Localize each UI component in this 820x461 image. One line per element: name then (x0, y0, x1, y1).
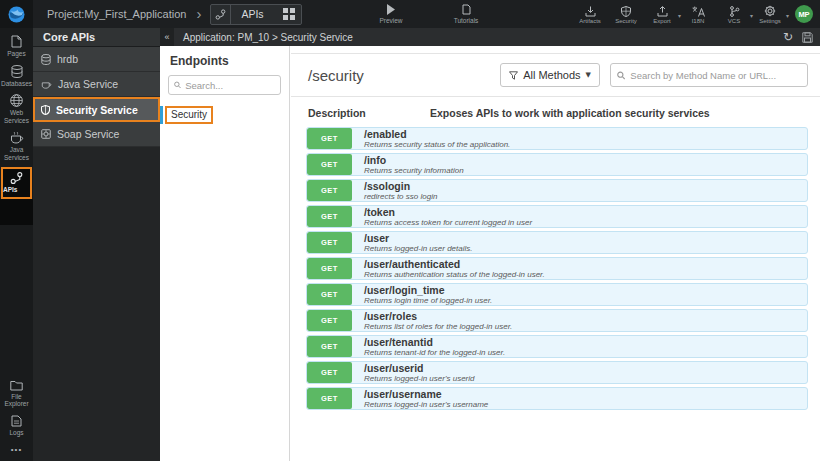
endpoint-row[interactable]: GET /user/username Returns logged-in use… (306, 387, 808, 410)
app-header-strip: « Application: PM_10 > Security Service … (160, 28, 820, 46)
core-apis-panel: Core APIs hrdb Java Service Security Ser… (33, 28, 160, 461)
endpoint-row[interactable]: GET /user/authenticated Returns authenti… (306, 257, 808, 280)
app-breadcrumb: Application: PM_10 > Security Service (183, 32, 353, 43)
grid-icon[interactable] (283, 8, 301, 20)
breadcrumb-chevron-icon: › (196, 5, 201, 22)
search-icon (174, 81, 181, 89)
endpoints-search-input[interactable] (185, 80, 275, 91)
endpoint-path: /enabled (364, 129, 510, 140)
endpoint-row[interactable]: GET /user/roles Returns list of roles fo… (306, 309, 808, 332)
core-apis-item-security-service[interactable]: Security Service (33, 97, 160, 122)
sidebar-item-file-explorer[interactable]: File Explorer (0, 373, 33, 408)
endpoint-description: Returns tenant-id for the logged-in user… (364, 348, 505, 357)
main-content: /security All Methods ▼ Description Expo… (291, 46, 820, 461)
core-apis-item-hrdb[interactable]: hrdb (33, 47, 160, 72)
method-badge: GET (307, 154, 352, 175)
settings-button[interactable]: Settings ▾ (757, 5, 783, 24)
api-node-icon[interactable] (211, 5, 231, 24)
export-upload-icon (649, 5, 675, 17)
apis-tab-label[interactable]: APIs (231, 8, 283, 20)
endpoint-description: Returns logged-in user's userid (364, 374, 474, 383)
artifacts-download-icon (577, 5, 603, 17)
project-name[interactable]: Project:My_First_Application (47, 8, 186, 20)
method-search[interactable] (610, 63, 808, 87)
database-icon (0, 65, 33, 78)
sidebar-item-pages[interactable]: Pages (0, 28, 33, 58)
core-apis-item-label: Java Service (58, 78, 118, 90)
sidebar-item-logs[interactable]: Logs (0, 408, 33, 437)
topbar-right-actions: Artifacts Security Export ▾ (577, 5, 820, 24)
method-badge: GET (307, 206, 352, 227)
endpoint-texts: /user/tenantid Returns tenant-id for the… (352, 336, 505, 357)
endpoint-path: /info (364, 155, 464, 166)
endpoint-row[interactable]: GET /user/tenantid Returns tenant-id for… (306, 335, 808, 358)
refresh-icon[interactable]: ↻ (783, 31, 793, 43)
endpoint-path: /ssologin (364, 181, 437, 192)
filter-funnel-icon (509, 71, 518, 80)
method-search-input[interactable] (630, 70, 801, 81)
endpoint-description: Returns login time of logged-in user. (364, 296, 492, 305)
description-label: Description (308, 107, 430, 119)
rail-bottom-group: File Explorer Logs ••• (0, 373, 33, 459)
endpoint-description: Returns access token for current logged … (364, 218, 532, 227)
sidebar-item-apis[interactable]: APIs (1, 167, 32, 199)
tutorials-button[interactable]: Tutorials (443, 3, 489, 24)
artifacts-button[interactable]: Artifacts (577, 5, 603, 24)
endpoint-row[interactable]: GET /user/userid Returns logged-in user'… (306, 361, 808, 384)
security-button[interactable]: Security (613, 5, 639, 24)
endpoint-nav-label[interactable]: Security (165, 106, 213, 124)
endpoints-title: Endpoints (160, 46, 289, 75)
sidebar-item-java-services[interactable]: Java Services (0, 124, 33, 161)
globe-icon (0, 94, 33, 107)
endpoint-texts: /user/login_time Returns login time of l… (352, 284, 492, 305)
branch-icon (721, 5, 747, 17)
core-apis-item-soap-service[interactable]: Soap Service (33, 122, 160, 147)
export-button[interactable]: Export ▾ (649, 5, 675, 24)
preview-button[interactable]: Preview (368, 3, 414, 24)
app-logo[interactable] (0, 0, 33, 28)
methods-filter-dropdown[interactable]: All Methods ▼ (500, 63, 600, 87)
export-caret-icon: ▾ (678, 12, 681, 19)
sidebar-item-databases[interactable]: Databases (0, 58, 33, 88)
vcs-button[interactable]: VCS ▾ (721, 5, 747, 24)
endpoints-search[interactable] (168, 75, 281, 95)
more-options-icon[interactable]: ••• (0, 436, 33, 458)
collapse-panel-icon[interactable]: « (160, 28, 174, 46)
shield-icon (41, 105, 50, 115)
endpoint-texts: /user/roles Returns list of roles for th… (352, 310, 512, 331)
user-avatar[interactable]: MP (795, 5, 813, 23)
core-apis-item-java-service[interactable]: Java Service (33, 72, 160, 97)
endpoint-row[interactable]: GET /ssologin redirects to sso login (306, 179, 808, 202)
endpoint-row[interactable]: GET /user/login_time Returns login time … (306, 283, 808, 306)
shield-icon (613, 5, 639, 17)
coffee-cup-icon (0, 131, 33, 144)
apis-tab[interactable]: APIs (210, 4, 302, 25)
gear-icon (757, 5, 783, 17)
endpoint-row[interactable]: GET /token Returns access token for curr… (306, 205, 808, 228)
endpoint-texts: /user/authenticated Returns authenticati… (352, 258, 545, 279)
endpoint-nav-security[interactable]: Security (160, 106, 289, 124)
left-icon-rail: Pages Databases Web Services (0, 28, 33, 461)
save-icon[interactable] (802, 32, 813, 43)
log-file-icon (0, 415, 33, 427)
sidebar-item-web-services[interactable]: Web Services (0, 87, 33, 124)
endpoint-path: /user/username (364, 389, 488, 400)
endpoint-path: /user/login_time (364, 285, 492, 296)
endpoint-path: /token (364, 207, 532, 218)
core-apis-item-label: Security Service (56, 104, 138, 116)
endpoint-description: Returns security information (364, 166, 464, 175)
description-value: Exposes APIs to work with application se… (430, 107, 710, 119)
i18n-button[interactable]: I18N (685, 5, 711, 24)
method-badge: GET (307, 362, 352, 383)
endpoint-row[interactable]: GET /enabled Returns security status of … (306, 127, 808, 150)
endpoint-path: /user/userid (364, 363, 474, 374)
endpoint-row[interactable]: GET /info Returns security information (306, 153, 808, 176)
play-icon (368, 3, 414, 15)
method-badge: GET (307, 336, 352, 357)
wavemaker-logo-icon (8, 6, 25, 23)
endpoint-row[interactable]: GET /user Returns logged-in user details… (306, 231, 808, 254)
method-badge: GET (307, 258, 352, 279)
service-toolbar: /security All Methods ▼ (291, 53, 820, 97)
endpoint-description: Returns authentication status of the log… (364, 270, 545, 279)
page-icon (0, 35, 33, 48)
